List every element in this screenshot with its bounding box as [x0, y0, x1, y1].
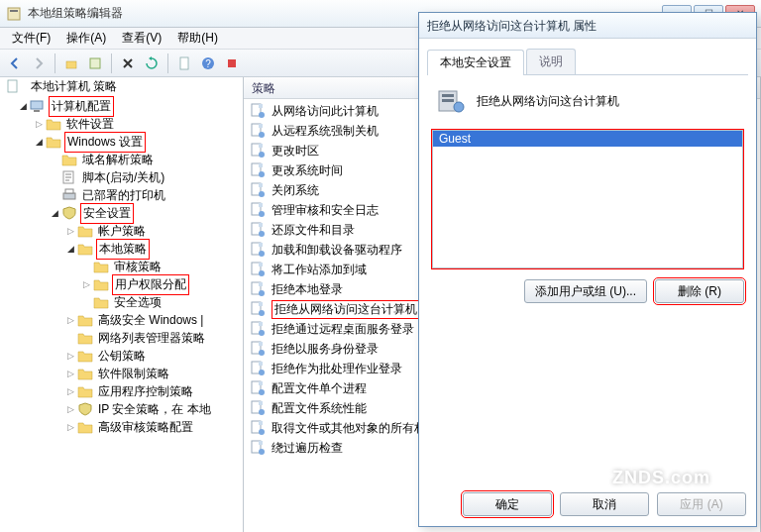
expand-icon[interactable]: ▷	[65, 369, 76, 379]
policy-label: 配置文件单个进程	[272, 380, 367, 397]
tree-item[interactable]: ▷IP 安全策略，在 本地	[2, 400, 243, 418]
tree-item[interactable]: ▷高级安全 Windows |	[2, 311, 243, 329]
cancel-button[interactable]: 取消	[560, 492, 649, 516]
policy-label: 更改时区	[272, 143, 319, 160]
folder-icon	[77, 242, 93, 256]
tree-item[interactable]: ◢计算机配置	[2, 97, 243, 115]
tree-item[interactable]: ▷软件设置	[2, 115, 243, 133]
tree-item-label: Windows 设置	[64, 132, 146, 153]
tree-item-label: 高级审核策略配置	[96, 418, 195, 437]
tree-item[interactable]: ▷高级审核策略配置	[2, 418, 243, 436]
menu-view[interactable]: 查看(V)	[114, 28, 169, 49]
toolbar-separator	[54, 53, 55, 73]
svg-text:?: ?	[205, 58, 211, 69]
add-user-button[interactable]: 添加用户或组 (U)...	[524, 279, 647, 303]
tree-pane[interactable]: 本地计算机 策略 ◢计算机配置▷软件设置◢Windows 设置域名解析策略脚本(…	[0, 77, 244, 532]
expand-icon[interactable]: ▷	[65, 226, 76, 237]
up-button[interactable]	[60, 53, 82, 74]
expand-icon[interactable]: ▷	[65, 315, 76, 326]
help-button[interactable]: ?	[197, 53, 219, 74]
policy-icon	[250, 222, 266, 238]
menu-help[interactable]: 帮助(H)	[169, 28, 226, 49]
back-button[interactable]	[4, 53, 26, 74]
tree-item[interactable]: ▷公钥策略	[2, 347, 243, 365]
policy-label: 加载和卸载设备驱动程序	[272, 242, 402, 259]
tab-local-security[interactable]: 本地安全设置	[427, 50, 524, 75]
policy-icon	[250, 440, 266, 456]
tree-item[interactable]: ▷应用程序控制策略	[2, 382, 243, 400]
tree-item[interactable]: ▷用户权限分配	[2, 275, 243, 293]
policy-label: 管理审核和安全日志	[272, 202, 379, 219]
tree-item-label: 软件限制策略	[96, 365, 171, 383]
expand-icon[interactable]	[81, 297, 92, 308]
svg-rect-63	[259, 421, 263, 425]
refresh-button[interactable]	[141, 53, 163, 74]
menu-file[interactable]: 文件(F)	[4, 28, 58, 49]
policy-label: 拒绝通过远程桌面服务登录	[272, 321, 414, 338]
tree-item[interactable]: 网络列表管理器策略	[2, 329, 243, 347]
expand-icon[interactable]: ◢	[65, 244, 76, 255]
expand-icon[interactable]	[50, 155, 60, 165]
remove-button[interactable]: 删除 (R)	[655, 279, 744, 303]
svg-rect-45	[259, 302, 263, 306]
tree-item-label: 安全选项	[112, 293, 163, 312]
expand-icon[interactable]: ▷	[34, 119, 45, 130]
properties-button[interactable]	[84, 53, 106, 74]
tree-item-label: 计算机配置	[49, 96, 114, 117]
svg-rect-12	[63, 193, 75, 199]
tree-item[interactable]: ◢本地策略	[2, 240, 243, 258]
tree-item-label: 脚本(启动/关机)	[80, 168, 166, 187]
expand-icon[interactable]	[65, 333, 76, 344]
tree-item[interactable]: ▷帐户策略	[2, 222, 243, 240]
svg-rect-60	[259, 401, 263, 405]
expand-icon[interactable]	[50, 190, 60, 201]
policy-icon	[250, 301, 266, 317]
tree-item[interactable]: ◢安全设置	[2, 204, 243, 222]
users-listbox[interactable]: Guest	[432, 130, 743, 268]
tab-explain[interactable]: 说明	[526, 49, 576, 74]
tree-item-label: 网络列表管理器策略	[96, 329, 207, 348]
expand-icon[interactable]: ◢	[34, 137, 45, 148]
expand-icon[interactable]: ▷	[65, 422, 76, 433]
folder-icon	[77, 367, 93, 380]
expand-icon[interactable]	[81, 262, 92, 272]
expand-icon[interactable]: ▷	[65, 386, 76, 397]
svg-point-28	[259, 191, 265, 197]
svg-rect-21	[259, 144, 263, 148]
expand-icon[interactable]: ◢	[18, 101, 29, 112]
svg-rect-39	[259, 263, 263, 266]
svg-point-31	[259, 211, 265, 217]
expand-icon[interactable]: ▷	[81, 279, 92, 290]
list-item[interactable]: Guest	[433, 131, 742, 147]
tree-item[interactable]: 脚本(启动/关机)	[2, 168, 243, 186]
tree-item[interactable]: 域名解析策略	[2, 151, 243, 168]
tree-item-label: 安全设置	[80, 203, 134, 224]
expand-icon[interactable]	[50, 172, 60, 183]
expand-icon[interactable]: ▷	[65, 351, 76, 362]
stop-button[interactable]	[221, 53, 243, 74]
script-icon	[61, 170, 77, 184]
forward-button[interactable]	[28, 53, 50, 74]
svg-point-49	[259, 330, 265, 336]
export-button[interactable]	[173, 53, 195, 74]
toolbar-separator	[167, 53, 168, 73]
app-icon	[6, 6, 22, 22]
svg-rect-42	[259, 282, 263, 286]
expand-icon[interactable]: ▷	[65, 404, 76, 415]
policy-label: 关闭系统	[272, 182, 319, 199]
svg-point-58	[259, 389, 265, 395]
delete-button[interactable]	[117, 53, 139, 74]
tree-item[interactable]: 已部署的打印机	[2, 186, 243, 204]
apply-button[interactable]: 应用 (A)	[657, 492, 746, 516]
folder-icon	[77, 331, 93, 345]
svg-rect-51	[259, 342, 263, 346]
svg-point-43	[259, 290, 265, 296]
tree-item[interactable]: 安全选项	[2, 293, 243, 311]
tree-root[interactable]: 本地计算机 策略	[0, 77, 243, 95]
tree-item[interactable]: ◢Windows 设置	[2, 133, 243, 151]
ok-button[interactable]: 确定	[463, 492, 552, 516]
expand-icon[interactable]: ◢	[50, 208, 60, 219]
tree-item[interactable]: ▷软件限制策略	[2, 365, 243, 382]
tree-item[interactable]: 审核策略	[2, 258, 243, 275]
menu-action[interactable]: 操作(A)	[58, 28, 114, 49]
